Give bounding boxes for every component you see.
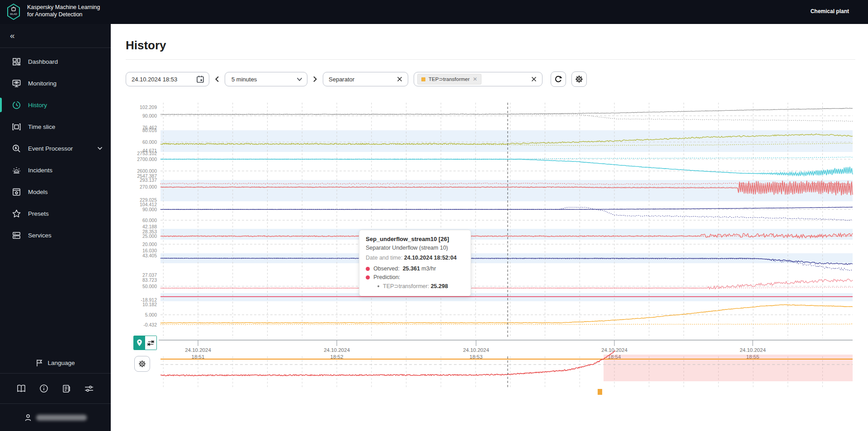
monitoring-icon [12,79,21,88]
models-icon [12,187,21,197]
sidebar-item-services[interactable]: Services [0,224,111,246]
sidebar-item-label: Monitoring [28,80,57,87]
svg-text:43.405: 43.405 [142,253,157,258]
element-filter-input[interactable]: Separator [323,72,408,86]
pin-mode-button[interactable] [134,336,145,350]
svg-text:5.000: 5.000 [145,312,157,317]
top-bar: MLAD Kaspersky Machine Learning for Anom… [0,0,868,24]
incidents-siren-icon [12,166,21,175]
settings-sliders-icon[interactable] [84,384,94,393]
sidebar-footer: Language [0,352,111,431]
tooltip-datetime: Date and time: 24.10.2024 18:52:04 [366,255,464,261]
history-chart[interactable]: 102.20990.00076.46280.01660.00044.671275… [0,0,868,431]
header-divider [126,59,855,60]
sidebar-item-label: Incidents [28,167,52,174]
observed-series-dot [366,267,370,271]
dashboard-icon [12,57,21,66]
datetime-picker[interactable]: 24.10.2024 18:53 [126,72,209,86]
svg-text:24.10.2024: 24.10.2024 [740,347,766,353]
svg-text:24.10.2024: 24.10.2024 [185,347,211,353]
refresh-icon [554,75,563,84]
chevron-left-icon [215,76,219,82]
chart-mode-toggle [133,336,157,350]
refresh-button[interactable] [551,71,566,87]
chevron-down-icon [97,147,103,150]
svg-text:25.000: 25.000 [142,233,157,239]
app-root: { "topbar": { "logo_text": "MLAD", "titl… [0,0,868,431]
gear-icon [138,360,146,368]
step-forward-button[interactable] [313,76,317,82]
svg-text:270.000: 270.000 [140,184,157,189]
sidebar: « Dashboard Monitoring History [0,24,111,431]
sidebar-item-label: Time slice [28,123,55,130]
about-info-icon[interactable] [39,384,48,393]
svg-text:20.000: 20.000 [142,242,157,247]
time-range-value: 5 minutes [231,76,257,83]
logo-text: MLAD [10,13,17,15]
sidebar-item-incidents[interactable]: Incidents [0,159,111,181]
svg-text:-0.432: -0.432 [143,322,157,327]
svg-text:24.10.2024: 24.10.2024 [324,347,350,353]
svg-text:50.000: 50.000 [142,284,157,289]
svg-text:90.000: 90.000 [142,207,157,212]
collapse-icon: « [10,31,15,41]
sidebar-item-label: Dashboard [28,58,58,65]
sidebar-item-event-processor[interactable]: Event Processor [0,137,111,159]
svg-text:24.10.2024: 24.10.2024 [463,347,489,353]
svg-text:293.137: 293.137 [140,177,157,183]
plant-name[interactable]: Chemical plant [811,8,849,14]
sidebar-item-models[interactable]: Models [0,181,111,203]
pan-arrows-icon [147,340,154,346]
datapoint-tooltip: Sep_underflow_stream10 [26] Separator Un… [359,230,471,296]
sidebar-item-label: Event Processor [28,145,73,152]
services-icon [12,231,21,240]
chevron-down-icon [297,77,302,81]
model-filter-input[interactable]: TEP⊃transformer ✕ [414,72,542,86]
time-slice-icon [12,122,21,132]
tooltip-tag-id: Sep_underflow_stream10 [26] [366,236,464,242]
map-pin-icon [137,339,142,346]
language-label: Language [47,360,75,366]
sidebar-item-time-slice[interactable]: Time slice [0,116,111,137]
svg-text:83.723: 83.723 [142,277,157,283]
sidebar-collapse-button[interactable]: « [0,24,111,47]
sidebar-item-label: Models [28,189,48,195]
page-title: History [126,38,166,52]
user-account[interactable] [0,404,111,431]
clear-filter-icon[interactable] [397,76,402,82]
datetime-value: 24.10.2024 18:53 [132,76,177,83]
event-processor-icon [12,144,21,153]
documentation-book-icon[interactable] [17,384,26,393]
changelog-document-icon[interactable] [61,384,71,393]
svg-text:80.016: 80.016 [142,128,157,133]
bullet-dot [377,285,379,287]
chart-settings-button[interactable] [571,71,587,87]
svg-text:2700.000: 2700.000 [137,156,157,162]
sidebar-item-history[interactable]: History [0,94,111,116]
gear-icon [575,75,584,84]
user-email-blurred [36,415,87,421]
step-back-button[interactable] [215,76,219,82]
calendar-icon [196,75,204,83]
clear-model-filter-icon[interactable] [531,76,537,82]
model-chip-label: TEP⊃transformer [429,76,470,82]
user-person-icon [24,414,32,422]
remove-chip-icon[interactable]: ✕ [473,76,477,82]
chevron-right-icon [313,76,317,82]
sidebar-item-presets[interactable]: Presets [0,203,111,224]
sidebar-item-dashboard[interactable]: Dashboard [0,51,111,72]
time-range-select[interactable]: 5 minutes [225,72,307,86]
tooltip-observed-row: Observed: 25.361 m3/hr [366,265,464,272]
model-chip[interactable]: TEP⊃transformer ✕ [417,74,481,85]
svg-text:90.000: 90.000 [142,113,157,118]
sidebar-item-label: Presets [28,210,49,217]
tooltip-tag-description: Separator Underflow (stream 10) [366,245,464,251]
language-flag-icon [36,359,43,367]
sidebar-item-label: History [28,102,47,109]
tooltip-prediction-model-row: TEP⊃transformer: 25.298 [377,283,464,289]
language-button[interactable]: Language [0,352,111,373]
pan-mode-button[interactable] [145,336,156,350]
strip-chart-settings-button[interactable] [134,356,150,372]
sidebar-item-monitoring[interactable]: Monitoring [0,72,111,94]
svg-text:102.209: 102.209 [140,104,157,110]
